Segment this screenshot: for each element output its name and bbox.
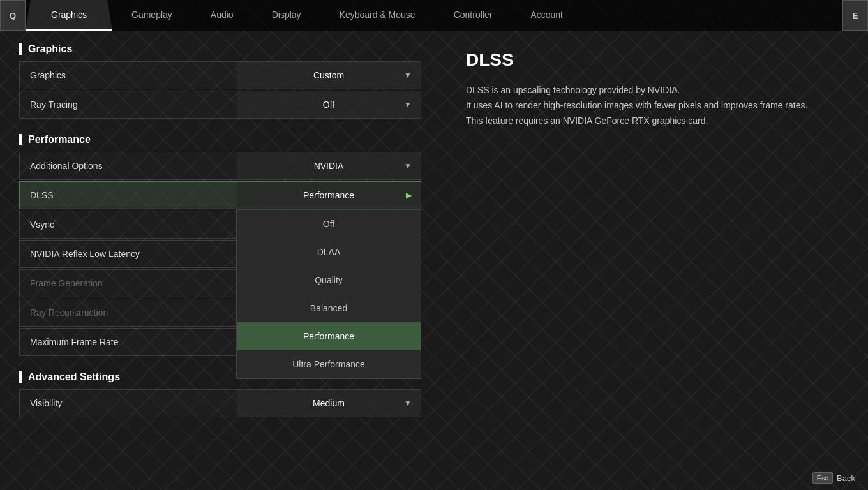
dlss-dropdown-menu: Off DLAA Quality Balanced Performance Ul… bbox=[236, 209, 421, 379]
setting-value-ray-tracing[interactable]: Off ▼ bbox=[237, 91, 421, 118]
tab-gameplay[interactable]: Gameplay bbox=[112, 0, 191, 31]
chevron-icon-graphics: ▼ bbox=[404, 71, 412, 80]
right-panel: DLSS DLSS is an upscaling technology pro… bbox=[440, 31, 868, 490]
setting-value-graphics[interactable]: Custom ▼ bbox=[237, 62, 421, 89]
setting-label-ray-tracing: Ray Tracing bbox=[20, 91, 237, 118]
setting-value-dlss[interactable]: Performance ▶ bbox=[237, 182, 421, 209]
setting-label-max-frame-rate: Maximum Frame Rate bbox=[20, 329, 237, 355]
bottom-bar: Esc Back bbox=[800, 466, 868, 490]
nav-key-left[interactable]: Q bbox=[0, 0, 26, 31]
dropdown-item-dlaa[interactable]: DLAA bbox=[237, 238, 421, 266]
chevron-icon-visibility: ▼ bbox=[404, 399, 412, 408]
tab-controller[interactable]: Controller bbox=[435, 0, 512, 31]
dropdown-item-quality[interactable]: Quality bbox=[237, 266, 421, 294]
tab-graphics[interactable]: Graphics bbox=[26, 0, 112, 31]
setting-value-additional-options[interactable]: NVIDIA ▼ bbox=[237, 152, 421, 179]
tab-account[interactable]: Account bbox=[511, 0, 582, 31]
setting-label-ray-reconstruction: Ray Reconstruction bbox=[20, 299, 237, 326]
setting-row-dlss[interactable]: DLSS Performance ▶ bbox=[19, 181, 421, 209]
chevron-icon-ray-tracing: ▼ bbox=[404, 100, 412, 109]
advanced-section-title: Advanced Settings bbox=[28, 371, 120, 383]
graphics-section-title: Graphics bbox=[28, 43, 72, 55]
performance-section: Performance Additional Options NVIDIA ▼ … bbox=[19, 134, 421, 356]
performance-section-title: Performance bbox=[28, 134, 91, 145]
dlss-description: DLSS is an upscaling technology provided… bbox=[466, 83, 842, 128]
setting-row-additional-options[interactable]: Additional Options NVIDIA ▼ bbox=[19, 152, 421, 180]
setting-label-frame-generation: Frame Generation bbox=[20, 270, 237, 297]
tab-audio[interactable]: Audio bbox=[191, 0, 253, 31]
dlss-title: DLSS bbox=[466, 50, 842, 70]
nav-bar: Q Graphics Gameplay Audio Display Keyboa… bbox=[0, 0, 868, 31]
dlss-desc-line1: DLSS is an upscaling technology provided… bbox=[466, 85, 680, 95]
dlss-dropdown-container: DLSS Performance ▶ Off DLAA Quality Bala… bbox=[19, 181, 421, 209]
setting-row-visibility[interactable]: Visibility Medium ▼ bbox=[19, 389, 421, 417]
dlss-desc-line2: It uses AI to render high-resolution ima… bbox=[466, 100, 807, 110]
setting-label-nvidia-reflex: NVIDIA Reflex Low Latency bbox=[20, 241, 237, 267]
chevron-icon-dlss: ▶ bbox=[406, 191, 412, 200]
nav-key-right[interactable]: E bbox=[842, 0, 868, 31]
dropdown-item-ultra-performance[interactable]: Ultra Performance bbox=[237, 350, 421, 378]
performance-section-header: Performance bbox=[19, 134, 421, 145]
dropdown-item-performance[interactable]: Performance bbox=[237, 322, 421, 350]
dropdown-item-off[interactable]: Off bbox=[237, 210, 421, 238]
dropdown-item-balanced[interactable]: Balanced bbox=[237, 294, 421, 322]
tab-keyboard-mouse[interactable]: Keyboard & Mouse bbox=[320, 0, 435, 31]
graphics-section-header: Graphics bbox=[19, 43, 421, 55]
setting-label-dlss: DLSS bbox=[20, 182, 237, 209]
esc-key-badge: Esc bbox=[812, 472, 833, 484]
tab-display[interactable]: Display bbox=[253, 0, 320, 31]
setting-label-graphics: Graphics bbox=[20, 62, 237, 89]
dlss-desc-line3: This feature requires an NVIDIA GeForce … bbox=[466, 115, 708, 126]
setting-label-additional-options: Additional Options bbox=[20, 152, 237, 179]
main-content: Graphics Graphics Custom ▼ Ray Tracing O… bbox=[0, 31, 868, 490]
setting-row-graphics-preset[interactable]: Graphics Custom ▼ bbox=[19, 61, 421, 89]
chevron-icon-additional-options: ▼ bbox=[404, 161, 412, 170]
setting-value-visibility[interactable]: Medium ▼ bbox=[237, 390, 421, 417]
setting-row-ray-tracing[interactable]: Ray Tracing Off ▼ bbox=[19, 91, 421, 119]
graphics-section: Graphics Graphics Custom ▼ Ray Tracing O… bbox=[19, 43, 421, 119]
back-label: Back bbox=[837, 473, 855, 483]
setting-label-vsync: Vsync bbox=[20, 211, 237, 238]
left-panel: Graphics Graphics Custom ▼ Ray Tracing O… bbox=[0, 31, 440, 490]
setting-label-visibility: Visibility bbox=[20, 390, 237, 417]
